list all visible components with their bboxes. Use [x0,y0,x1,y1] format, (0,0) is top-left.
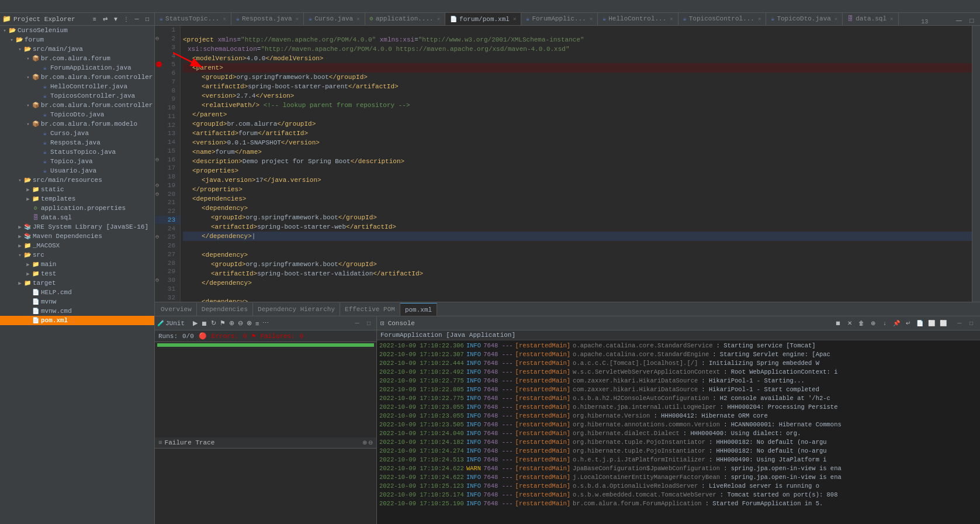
tab-data-sql[interactable]: 🗄 data.sql ✕ [843,13,898,25]
tab-close-button[interactable]: ✕ [356,16,359,22]
tab-ForumApplic[interactable]: ☕ ForumApplic... ✕ [521,13,598,25]
tab-close-button[interactable]: ✕ [223,16,226,22]
sidebar-item-pom-xml[interactable]: 📄 pom.xml [0,316,154,325]
tab-HelloControl[interactable]: ☕ HelloControl... ✕ [598,13,678,25]
console-stop-button[interactable]: ⏹ [833,318,843,329]
junit-pin-button[interactable]: ⋯ [261,319,270,327]
sidebar-item-src[interactable]: ▾ 📂 src [0,250,154,260]
sidebar-item-HELP-cmd[interactable]: 📄 HELP.cmd [0,288,154,297]
fold-icon-30[interactable]: ⊖ [155,277,159,284]
console-copy-button[interactable]: ⊕ [868,318,878,329]
fold-icon-19[interactable]: ⊖ [155,182,159,189]
fold-icon-2[interactable]: ⊖ [155,35,159,42]
pom-tab-dependency-hierarchy[interactable]: Dependency Hierarchy [253,303,340,316]
tree-arrow[interactable]: ▾ [1,27,8,34]
tab-close-button[interactable]: ✕ [758,16,761,22]
tree-arrow[interactable]: ▾ [25,56,32,62]
tree-arrow[interactable]: ▶ [25,196,32,202]
sidebar-item-src-main-resources[interactable]: ▾ 📂 src/main/resources [0,175,154,185]
tree-arrow[interactable]: ▾ [25,121,32,127]
sidebar-item-static[interactable]: ▶ 📁 static [0,185,154,194]
pom-tab-pom-xml[interactable]: pom.xml [400,303,437,316]
tree-arrow[interactable]: ▶ [16,243,23,249]
pom-tab-dependencies[interactable]: Dependencies [197,303,253,316]
sidebar-item-StatusTopico[interactable]: ☕ StatusTopico.java [0,147,154,157]
sidebar-item-TopicosController[interactable]: ☕ TopicosController.java [0,91,154,101]
sidebar-item-br-controller[interactable]: ▾ 📦 br.com.alura.forum.controller [0,73,154,82]
tab-close-button[interactable]: ✕ [437,16,440,22]
tree-arrow[interactable]: ▶ [16,233,23,240]
sidebar-item-jre-system-lib[interactable]: ▶ 📚 JRE System Library [JavaSE-16] [0,222,154,232]
junit-run-button[interactable]: ▶ [192,319,199,327]
sidebar-item-Usuario[interactable]: ☕ Usuario.java [0,166,154,175]
sidebar-item-br-forum[interactable]: ▾ 📦 br.com.alura.forum [0,54,154,63]
tree-arrow[interactable]: ▾ [25,74,32,81]
junit-filter-button[interactable]: ⊗ [245,319,253,327]
minimize-editor-button[interactable]: ─ [953,16,965,25]
tab-application[interactable]: ⚙ application.... ✕ [365,13,445,25]
tab-close-button[interactable]: ✕ [590,16,593,22]
junit-rerun-button[interactable]: ↻ [210,319,217,327]
code-editor[interactable]: ⁠ <project xmlns="http://maven.apache.or… [181,26,972,302]
sidebar-item-maven-deps[interactable]: ▶ 📚 Maven Dependencies [0,232,154,241]
failure-trace-filter-button[interactable]: ⊖ [368,439,373,446]
editor-scrollbar[interactable] [972,26,980,302]
junit-next-button[interactable]: ⊕ [228,319,236,327]
junit-prev-button[interactable]: ⊖ [237,319,244,327]
junit-minimize-button[interactable]: ─ [352,320,362,326]
maximize-editor-button[interactable]: □ [966,16,978,25]
tree-arrow[interactable]: ▾ [16,252,23,258]
sidebar-item-mvnw[interactable]: 📄 mvnw [0,297,154,306]
minimize-sidebar-button[interactable]: ─ [132,15,141,24]
tree-arrow[interactable]: ▶ [25,187,32,193]
tab-overflow-button[interactable]: 13 [917,19,931,25]
tree-arrow[interactable]: ▶ [25,271,32,277]
link-editor-button[interactable]: ⇄ [101,15,110,24]
sidebar-item-br-modelo[interactable]: ▾ 📦 br.com.alura.forum.modelo [0,119,154,129]
junit-history-button[interactable]: ⚑ [219,319,227,327]
junit-stop-button[interactable]: ⏹ [200,319,209,327]
view-menu-button[interactable]: ⋮ [122,15,131,24]
sidebar-item-HelloController[interactable]: ☕ HelloController.java [0,82,154,91]
fold-icon-20[interactable]: ⊖ [155,191,159,198]
sidebar-item-Topico[interactable]: ☕ Topico.java [0,157,154,166]
console-open-file-button[interactable]: 📄 [915,318,925,329]
tab-TopicoDto[interactable]: ☕ TopicoDto.java ✕ [766,13,843,25]
console-scroll-lock-button[interactable]: ↓ [879,318,890,329]
sidebar-item-src-main-java[interactable]: ▾ 📂 src/main/java [0,44,154,54]
tab-close-button[interactable]: ✕ [296,16,299,22]
console-show-system-out-button[interactable]: ⬜ [926,318,937,329]
console-maximize-button[interactable]: □ [966,320,976,326]
sidebar-item-application-properties[interactable]: ⚙ application.properties [0,204,154,213]
fold-icon-16[interactable]: ⊖ [155,156,159,163]
sidebar-item-TopicoDto[interactable]: ☕ TopicoDto.java [0,110,154,119]
tab-close-button[interactable]: ✕ [834,16,837,22]
failure-trace-copy-button[interactable]: ⊕ [362,439,367,446]
sidebar-item-Resposta[interactable]: ☕ Resposta.java [0,138,154,147]
maximize-sidebar-button[interactable]: □ [143,15,152,24]
tab-Resposta[interactable]: ☕ Resposta.java ✕ [231,13,304,25]
pom-tab-effective-pom[interactable]: Effective POM [340,303,400,316]
console-remove-button[interactable]: ✕ [844,318,855,329]
collapse-all-button[interactable]: ≡ [90,15,99,24]
console-word-wrap-button[interactable]: ↵ [903,318,913,329]
pom-tab-overview[interactable]: Overview [156,303,197,316]
tree-arrow[interactable]: ▾ [16,177,23,184]
sidebar-item-cursoSelenium[interactable]: ▾ 📂 CursoSelenium [0,26,154,35]
sidebar-item-Curso[interactable]: ☕ Curso.java [0,129,154,138]
fold-icon-25[interactable]: ⊖ [155,233,159,240]
sidebar-item-data-sql[interactable]: 🗄 data.sql [0,213,154,222]
sidebar-item-br-dto[interactable]: ▾ 📦 br.com.alura.forum.controller.dto [0,101,154,110]
console-clear-button[interactable]: 🗑 [856,318,867,329]
sidebar-item-templates[interactable]: ▶ 📁 templates [0,194,154,204]
console-minimize-button[interactable]: ─ [954,320,965,326]
junit-maximize-button[interactable]: □ [363,320,374,326]
sidebar-item-macosx[interactable]: ▶ 📁 _MACOSX [0,241,154,250]
tree-arrow[interactable]: ▾ [8,37,15,43]
console-show-system-err-button[interactable]: ⬜ [938,318,948,329]
tree-arrow[interactable]: ▾ [25,102,32,109]
tree-arrow[interactable]: ▾ [16,46,23,53]
tab-close-button[interactable]: ✕ [513,16,516,22]
tab-forum-pom[interactable]: 📄 forum/pom.xml ✕ [445,13,521,25]
sidebar-item-mvnw-cmd[interactable]: 📄 mvnw.cmd [0,306,154,316]
